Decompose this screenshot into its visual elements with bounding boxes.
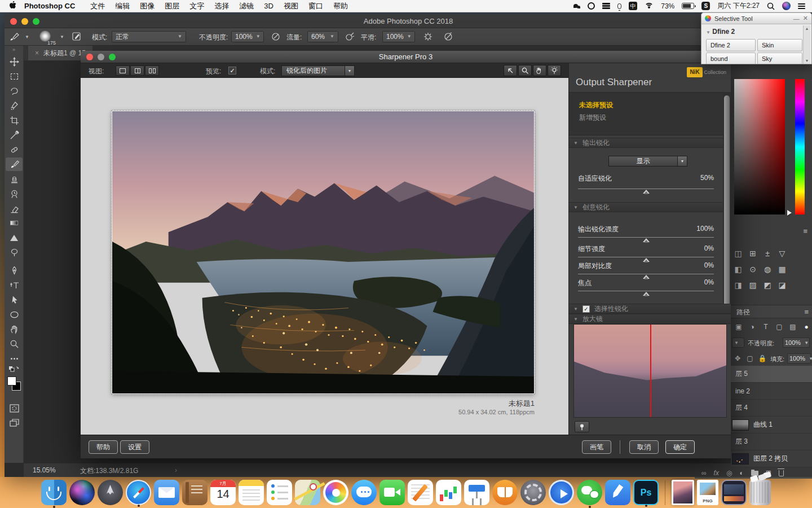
type-tool[interactable] bbox=[6, 278, 23, 292]
more-tools-icon[interactable] bbox=[6, 352, 23, 365]
adjustment-layer-icon[interactable]: ◐ bbox=[739, 469, 743, 477]
color-hue-strip[interactable] bbox=[795, 79, 805, 214]
notes-dock-icon[interactable] bbox=[239, 480, 264, 505]
menu-edit[interactable]: 编辑 bbox=[115, 1, 130, 11]
preset-none-selected[interactable]: 未选择预设 bbox=[579, 100, 613, 110]
palette-group-header[interactable]: ▼ Dfine 2 bbox=[706, 28, 735, 36]
adjustment-gradient-map-icon[interactable]: ◪ bbox=[776, 280, 788, 290]
calendar-dock-icon[interactable]: 7月14 bbox=[210, 480, 236, 505]
blend-mode-select[interactable]: 正常▼ bbox=[112, 31, 186, 42]
paths-panel-menu-icon[interactable]: ≡ bbox=[804, 308, 809, 316]
brush-tool[interactable] bbox=[6, 157, 23, 171]
marquee-tool[interactable] bbox=[6, 69, 23, 83]
menu-image[interactable]: 图像 bbox=[140, 1, 155, 11]
panel-scrollbar[interactable] bbox=[723, 92, 731, 318]
slider-track[interactable] bbox=[578, 189, 714, 189]
close-tab-icon[interactable]: × bbox=[35, 49, 39, 57]
close-button[interactable] bbox=[86, 54, 93, 60]
filter-type-layers-icon[interactable]: T bbox=[760, 322, 771, 332]
app-menu-title[interactable]: Photoshop CC bbox=[24, 2, 75, 10]
slider-track[interactable] bbox=[578, 237, 714, 238]
ibooks-dock-icon[interactable] bbox=[492, 480, 518, 505]
loupe-pin-button[interactable] bbox=[575, 421, 589, 432]
filter-toggle-icon[interactable]: ● bbox=[801, 322, 812, 332]
select-tool-button[interactable] bbox=[504, 65, 517, 76]
lasso-tool[interactable] bbox=[6, 84, 23, 98]
section-creative-sharpening[interactable]: ▼ 创意锐化 bbox=[569, 202, 723, 212]
loupe-preview[interactable] bbox=[573, 324, 727, 418]
eraser-tool[interactable] bbox=[6, 202, 23, 215]
slider-track[interactable] bbox=[578, 274, 714, 274]
menu-layer[interactable]: 图层 bbox=[165, 1, 179, 11]
wechat-status-icon[interactable] bbox=[573, 4, 580, 8]
apple-menu-icon[interactable] bbox=[9, 1, 16, 11]
healing-brush-tool[interactable] bbox=[6, 143, 23, 156]
adjustment-photo-filter-icon[interactable]: ⊙ bbox=[747, 264, 759, 274]
move-tool[interactable] bbox=[6, 55, 23, 68]
spotlight-search-icon[interactable] bbox=[767, 2, 775, 10]
layer-style-fx-icon[interactable]: fx bbox=[714, 469, 719, 477]
adjustment-color-balance-icon[interactable]: ◍ bbox=[761, 264, 774, 274]
menu-window[interactable]: 窗口 bbox=[308, 1, 323, 11]
layers-fill-select[interactable]: 100%▼ bbox=[787, 353, 811, 364]
section-selective-sharpening[interactable]: ▼ ✓ 选择性锐化 bbox=[569, 304, 731, 314]
delete-layer-icon[interactable] bbox=[779, 470, 784, 476]
battery-icon[interactable] bbox=[682, 3, 694, 9]
palette-close-icon[interactable]: ✕ bbox=[803, 15, 808, 22]
swap-colors-icon[interactable] bbox=[6, 365, 23, 374]
trash-dock-icon[interactable] bbox=[749, 480, 771, 505]
layer-thumbnail[interactable] bbox=[732, 453, 749, 465]
quick-mask-icon[interactable] bbox=[6, 401, 23, 415]
notability-dock-icon[interactable] bbox=[605, 480, 630, 505]
color-saturation-box[interactable] bbox=[734, 79, 785, 214]
smoothing-select[interactable]: 100%▼ bbox=[382, 31, 415, 42]
layer-row[interactable]: 层 4 bbox=[731, 400, 812, 417]
photoshop-dock-icon[interactable]: Ps bbox=[633, 480, 659, 505]
maps-dock-icon[interactable] bbox=[295, 480, 320, 505]
cancel-button[interactable]: 取消 bbox=[629, 440, 659, 454]
preset-add-new[interactable]: 新增预设 bbox=[579, 113, 606, 122]
lock-transparent-icon[interactable]: ▢ bbox=[744, 353, 756, 364]
airbrush-icon[interactable] bbox=[345, 31, 356, 44]
wifi-icon[interactable] bbox=[645, 3, 654, 10]
menubar-clock[interactable]: 周六 下午2:27 bbox=[717, 1, 760, 11]
ok-button[interactable]: 确定 bbox=[665, 440, 695, 454]
safari-dock-icon[interactable] bbox=[126, 480, 151, 505]
preview-photo[interactable] bbox=[112, 111, 535, 394]
layer-mask-icon[interactable]: ◎ bbox=[726, 469, 732, 477]
zoom-level[interactable]: 15.05% bbox=[33, 466, 56, 474]
display-dropdown[interactable]: 显示▼ bbox=[608, 156, 687, 167]
scroll-down-icon[interactable]: ▼ bbox=[804, 59, 810, 63]
slider-track[interactable] bbox=[578, 291, 714, 291]
blur-tool[interactable] bbox=[6, 231, 23, 244]
adjustment-channel-mixer-icon[interactable]: ▦ bbox=[776, 264, 788, 274]
stack-icon[interactable] bbox=[602, 2, 610, 10]
filter-adjustment-layers-icon[interactable]: ◑ bbox=[747, 322, 758, 332]
blend-mode-select[interactable]: ▼ bbox=[732, 338, 744, 348]
palette-scrollbar[interactable]: ▲▼ bbox=[803, 25, 810, 64]
path-selection-tool[interactable] bbox=[6, 293, 23, 306]
adjustments-panel-menu-icon[interactable]: ≡ bbox=[803, 227, 807, 235]
image-stack-dock-icon[interactable] bbox=[672, 480, 694, 505]
side-by-side-view-button[interactable] bbox=[145, 65, 159, 76]
background-button[interactable]: bound bbox=[706, 52, 756, 64]
lock-position-icon[interactable]: ✥ bbox=[732, 353, 743, 364]
slider-track[interactable] bbox=[578, 257, 714, 257]
siri-dock-icon[interactable] bbox=[69, 480, 95, 505]
slider-handle[interactable] bbox=[643, 190, 650, 194]
chevron-down-icon[interactable]: ▼ bbox=[60, 34, 64, 40]
gradient-tool[interactable] bbox=[6, 216, 23, 230]
layers-opacity-select[interactable]: 100%▼ bbox=[783, 338, 810, 348]
pages-dock-icon[interactable] bbox=[408, 480, 433, 505]
new-group-icon[interactable] bbox=[751, 471, 758, 476]
keynote-dock-icon[interactable] bbox=[464, 480, 489, 505]
mode-dropdown[interactable]: 锐化后的图片▼ bbox=[281, 65, 355, 76]
flow-select[interactable]: 60%▼ bbox=[307, 31, 338, 42]
hue-marker-icon[interactable] bbox=[787, 210, 792, 216]
adjustment-posterize-icon[interactable]: ▨ bbox=[747, 280, 759, 290]
status-arrow-icon[interactable]: › bbox=[175, 466, 177, 474]
lock-all-icon[interactable]: 🔒 bbox=[757, 353, 768, 364]
quick-selection-tool[interactable] bbox=[6, 99, 23, 112]
pressure-size-icon[interactable] bbox=[443, 31, 454, 44]
png-file-dock-icon[interactable]: PNG bbox=[697, 480, 718, 505]
